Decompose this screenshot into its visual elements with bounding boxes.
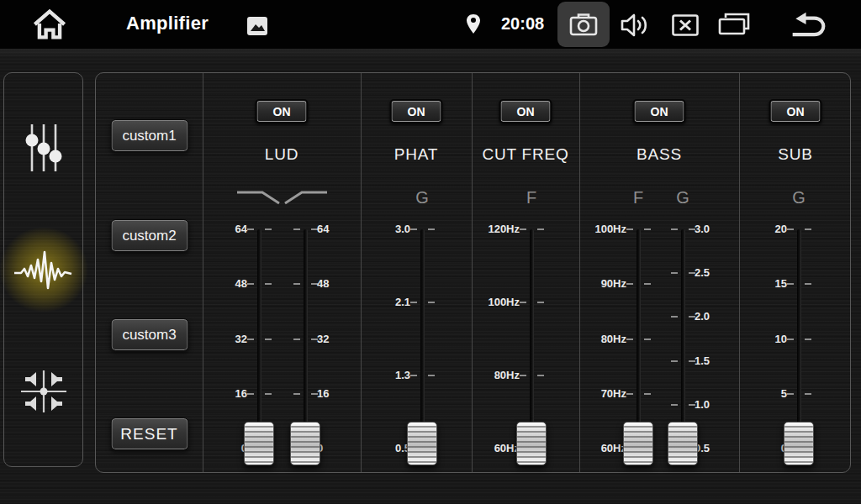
scale-label: 0 — [317, 442, 357, 455]
scale-label: 80Hz — [479, 369, 520, 382]
preset-column: custom1 custom2 custom3 RESET — [96, 73, 203, 472]
scale-label: 120Hz — [479, 223, 520, 236]
lud-panel: ON LUD 64 48 32 16 0 — [203, 73, 361, 472]
sidebar — [3, 72, 83, 467]
custom2-button[interactable]: custom2 — [110, 219, 188, 252]
scale-label: 2.0 — [695, 310, 735, 323]
scale-label: 90Hz — [586, 277, 626, 291]
cut-freq-title: CUT FREQ — [472, 145, 579, 164]
lud-on-button[interactable]: ON — [256, 99, 309, 123]
scale-label: 32 — [317, 333, 357, 346]
scale-label: 32 — [207, 333, 247, 346]
scale-label: 5 — [747, 387, 787, 401]
back-icon[interactable] — [787, 11, 829, 39]
location-icon[interactable] — [465, 13, 482, 35]
scale-label: 48 — [317, 277, 357, 291]
phat-title: PHAT — [361, 145, 472, 164]
custom3-button[interactable]: custom3 — [110, 318, 188, 351]
scale-label: 60Hz — [479, 442, 520, 455]
sub-panel: ON SUB G 20 15 10 5 0 — [739, 73, 852, 472]
scale-label: 3.0 — [370, 223, 410, 236]
bass-freq-fader-thumb[interactable] — [623, 422, 653, 465]
scale-label: 1.0 — [695, 398, 735, 412]
sidebar-item-equalizer[interactable] — [24, 123, 63, 176]
gain-label: G — [404, 188, 441, 207]
speaker-balance-icon — [19, 367, 68, 416]
low-pass-curve-icon — [235, 189, 283, 206]
clock[interactable]: 20:08 — [501, 14, 544, 34]
sidebar-item-sound-effects[interactable] — [13, 249, 75, 295]
scale-label: 1.5 — [695, 354, 735, 368]
custom1-button[interactable]: custom1 — [110, 119, 188, 152]
sub-title: SUB — [739, 145, 852, 164]
scale-label: 20 — [747, 223, 787, 236]
scale-label: 0.5 — [370, 442, 410, 455]
bass-panel: ON BASS F 100Hz 90Hz 80Hz 70Hz 60Hz G — [579, 73, 739, 472]
equalizer-sliders-icon — [24, 123, 63, 173]
gain-label: G — [780, 188, 817, 207]
gain-label: G — [664, 188, 701, 207]
gallery-icon[interactable] — [246, 16, 268, 36]
scale-label: 64 — [207, 223, 247, 236]
main-background: custom1 custom2 custom3 RESET ON LUD 64 … — [0, 49, 861, 504]
bass-gain-fader-thumb[interactable] — [668, 422, 698, 465]
scale-label: 3.0 — [695, 223, 735, 236]
lud-title: LUD — [203, 145, 361, 164]
scale-label: 16 — [207, 387, 247, 401]
recent-apps-icon[interactable] — [717, 13, 751, 36]
amplifier-panel: custom1 custom2 custom3 RESET ON LUD 64 … — [95, 72, 851, 473]
sub-fader-thumb[interactable] — [784, 422, 814, 465]
lud-right-fader-thumb[interactable] — [290, 422, 320, 465]
high-pass-curve-icon — [282, 189, 329, 206]
volume-icon[interactable] — [619, 12, 651, 39]
camera-icon — [568, 12, 599, 37]
phat-on-button[interactable]: ON — [390, 99, 443, 123]
page-title: Amplifier — [126, 13, 209, 34]
cut-freq-fader-thumb[interactable] — [516, 422, 547, 465]
reset-button[interactable]: RESET — [110, 417, 188, 450]
camera-button[interactable] — [557, 2, 610, 47]
scale-label: 0 — [747, 442, 787, 455]
scale-label: 100Hz — [586, 223, 626, 236]
cut-freq-on-button[interactable]: ON — [499, 99, 552, 123]
phat-panel: ON PHAT G 3.0 2.1 1.3 0.5 — [361, 73, 472, 472]
bass-title: BASS — [579, 145, 739, 164]
cut-freq-panel: ON CUT FREQ F 120Hz 100Hz 80Hz 60Hz — [472, 73, 579, 472]
freq-label: F — [620, 188, 657, 207]
lud-left-fader-thumb[interactable] — [244, 422, 274, 465]
scale-label: 60Hz — [586, 442, 626, 455]
home-icon[interactable] — [31, 8, 68, 41]
scale-label: 0.5 — [695, 442, 735, 455]
scale-label: 1.3 — [370, 369, 410, 382]
scale-label: 64 — [317, 223, 357, 236]
bass-on-button[interactable]: ON — [633, 99, 686, 123]
scale-label: 16 — [317, 387, 357, 401]
top-bar: Amplifier 20:08 — [0, 0, 861, 49]
scale-label: 0 — [207, 442, 247, 455]
sub-on-button[interactable]: ON — [769, 99, 822, 123]
scale-label: 15 — [747, 277, 787, 291]
scale-label: 2.1 — [370, 296, 410, 309]
scale-label: 48 — [207, 277, 247, 291]
scale-label: 10 — [747, 333, 787, 346]
scale-label: 80Hz — [586, 333, 626, 346]
scale-label: 2.5 — [695, 266, 735, 280]
close-window-icon[interactable] — [672, 14, 699, 36]
phat-fader-thumb[interactable] — [407, 422, 437, 465]
waveform-icon — [13, 249, 75, 291]
sidebar-item-speaker-balance[interactable] — [19, 367, 68, 419]
scale-label: 70Hz — [586, 387, 626, 401]
freq-label: F — [513, 188, 550, 207]
scale-label: 100Hz — [479, 296, 520, 309]
